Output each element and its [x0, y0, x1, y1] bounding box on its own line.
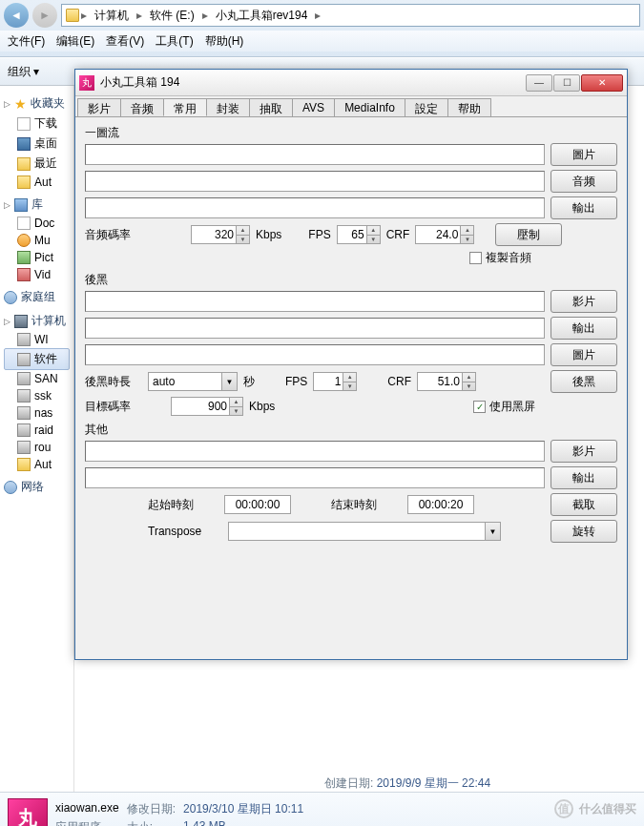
use-black-checkbox[interactable]: ✓使用黑屏 [473, 399, 535, 415]
sidebar-item-drive[interactable]: SAN [4, 370, 70, 387]
video-path-input[interactable] [85, 441, 545, 462]
crf-input[interactable]: ▲▼ [417, 372, 476, 391]
output-path-input[interactable] [85, 197, 545, 218]
duration-combo[interactable]: ▼ [148, 372, 238, 391]
drive-icon [17, 389, 31, 403]
menu-help[interactable]: 帮助(H) [205, 33, 244, 50]
details-modified-value: 2019/3/10 星期日 10:11 [183, 801, 303, 817]
sidebar-item-drive[interactable]: WI [4, 331, 70, 348]
tab-mediainfo[interactable]: MediaInfo [334, 98, 405, 116]
tab-demux[interactable]: 抽取 [249, 98, 293, 116]
browse-output-button[interactable]: 輸出 [551, 196, 617, 219]
compress-button[interactable]: 壓制 [495, 223, 562, 246]
details-created-value: 2019/9/9 星期一 22:44 [377, 776, 490, 790]
bitrate-input[interactable]: ▲▼ [191, 225, 250, 244]
sidebar-favorites-header[interactable]: ▷★收藏夹 [4, 93, 70, 114]
browse-output-button[interactable]: 輸出 [551, 466, 617, 489]
start-time-input[interactable] [224, 495, 291, 514]
sidebar-item-drive-selected[interactable]: 软件 [4, 348, 70, 370]
tab-audio[interactable]: 音频 [120, 98, 164, 116]
bitrate-unit: Kbps [256, 228, 281, 241]
sidebar-item-autodesk2[interactable]: Aut [4, 456, 70, 473]
picture-icon [17, 251, 31, 264]
sidebar-item-music[interactable]: Mu [4, 232, 70, 249]
watermark-icon: 值 [554, 799, 573, 818]
target-bitrate-input[interactable]: ▲▼ [171, 397, 243, 416]
fps-input[interactable]: ▲▼ [337, 225, 381, 244]
sidebar-computer-header[interactable]: ▷计算机 [4, 311, 70, 331]
details-pane: 丸 xiaowan.exe 修改日期: 2019/3/10 星期日 10:11 … [0, 792, 644, 826]
target-bitrate-label: 目標碼率 [85, 399, 142, 415]
sidebar-item-recent[interactable]: 最近 [4, 154, 70, 174]
browse-audio-button[interactable]: 音频 [551, 170, 617, 193]
menu-view[interactable]: 查看(V) [106, 33, 144, 50]
sidebar-libraries-header[interactable]: ▷库 [4, 195, 70, 215]
folder-icon [17, 176, 31, 189]
minimize-button[interactable]: — [526, 74, 552, 92]
tab-common[interactable]: 常用 [163, 98, 207, 116]
library-icon [14, 198, 28, 212]
sidebar-item-videos[interactable]: Vid [4, 266, 70, 283]
image-path-input[interactable] [85, 344, 545, 365]
dialog-title: 小丸工具箱 194 [100, 74, 526, 91]
document-icon [17, 217, 31, 230]
black-button[interactable]: 後黑 [551, 370, 617, 393]
fps-label: FPS [285, 375, 307, 388]
desktop-icon [17, 137, 31, 151]
bitrate-label: 音频碼率 [85, 227, 152, 243]
nav-forward-button[interactable]: ► [32, 3, 57, 28]
details-type: 应用程序 [55, 819, 119, 827]
tab-settings[interactable]: 設定 [405, 98, 448, 116]
crf-label: CRF [386, 228, 410, 241]
nav-back-button[interactable]: ◄ [4, 3, 29, 28]
output-path-input[interactable] [85, 318, 545, 339]
tab-video[interactable]: 影片 [77, 98, 121, 116]
details-created-label: 创建日期: [324, 776, 373, 790]
section-title: 後黑 [85, 272, 617, 288]
sidebar: ▷★收藏夹 下载 桌面 最近 Aut ▷库 Doc Mu Pict Vid 家庭… [0, 86, 74, 792]
video-path-input[interactable] [85, 291, 545, 312]
tab-help[interactable]: 帮助 [447, 98, 491, 116]
section-other: 其他 影片 輸出 起始時刻 结束時刻 截取 Transpose ▼ [85, 422, 617, 543]
sidebar-item-netdrive[interactable]: rou [4, 439, 70, 456]
sidebar-item-netdrive[interactable]: ssk [4, 387, 70, 404]
output-path-input[interactable] [85, 467, 545, 488]
extract-button[interactable]: 截取 [551, 493, 617, 516]
breadcrumb-seg[interactable]: 软件 (E:) [144, 5, 200, 26]
browse-video-button[interactable]: 影片 [551, 440, 617, 463]
transpose-combo[interactable]: ▼ [228, 522, 501, 541]
browse-output-button[interactable]: 輸出 [551, 317, 617, 340]
tab-avs[interactable]: AVS [292, 98, 335, 116]
breadcrumb-seg[interactable]: 计算机 [89, 5, 135, 26]
tab-mux[interactable]: 封装 [206, 98, 250, 116]
close-button[interactable]: ✕ [581, 74, 623, 92]
browse-image-button[interactable]: 圖片 [551, 143, 617, 166]
rotate-button[interactable]: 旋转 [551, 520, 617, 543]
sidebar-item-netdrive[interactable]: raid [4, 422, 70, 439]
dialog-titlebar[interactable]: 丸 小丸工具箱 194 — ☐ ✕ [75, 70, 627, 96]
end-time-input[interactable] [407, 495, 474, 514]
fps-input[interactable]: ▲▼ [313, 372, 357, 391]
breadcrumb[interactable]: ▸ 计算机▸ 软件 (E:)▸ 小丸工具箱rev194▸ [61, 4, 640, 27]
dialog-window: 丸 小丸工具箱 194 — ☐ ✕ 影片 音频 常用 封装 抽取 AVS Med… [74, 69, 628, 660]
organize-button[interactable]: 组织 ▾ [8, 64, 39, 80]
menu-edit[interactable]: 编辑(E) [56, 33, 94, 50]
menu-file[interactable]: 文件(F) [8, 33, 45, 50]
maximize-button[interactable]: ☐ [553, 74, 580, 92]
browse-video-button[interactable]: 影片 [551, 290, 617, 313]
crf-input[interactable]: ▲▼ [415, 225, 474, 244]
browse-image-button[interactable]: 圖片 [551, 343, 617, 366]
sidebar-item-netdrive[interactable]: nas [4, 404, 70, 422]
sidebar-network-header[interactable]: 网络 [4, 477, 70, 497]
image-path-input[interactable] [85, 144, 545, 165]
audio-path-input[interactable] [85, 171, 545, 192]
sidebar-homegroup-header[interactable]: 家庭组 [4, 287, 70, 307]
sidebar-item-autodesk[interactable]: Aut [4, 174, 70, 191]
menu-tools[interactable]: 工具(T) [156, 33, 193, 50]
sidebar-item-pictures[interactable]: Pict [4, 249, 70, 266]
sidebar-item-documents[interactable]: Doc [4, 215, 70, 232]
breadcrumb-seg[interactable]: 小丸工具箱rev194 [210, 5, 314, 26]
copy-audio-checkbox[interactable]: 複製音頻 [469, 250, 531, 266]
sidebar-item-downloads[interactable]: 下载 [4, 114, 70, 134]
sidebar-item-desktop[interactable]: 桌面 [4, 134, 70, 154]
